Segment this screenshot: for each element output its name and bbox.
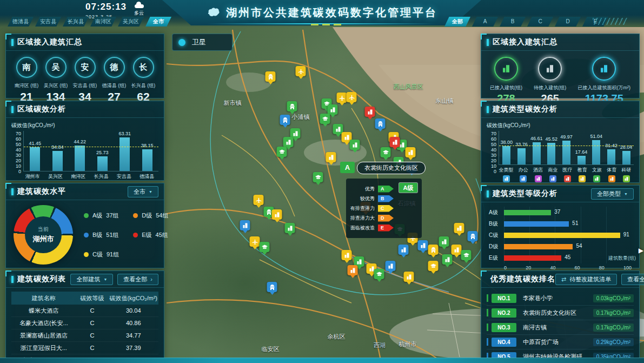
map-marker[interactable] <box>381 147 391 157</box>
chevron-down-icon: ▼ <box>149 190 152 194</box>
ranking-value: 0.17kgCO₂/m² <box>593 309 634 317</box>
tab-南浔区[interactable]: 南浔区 <box>90 17 116 27</box>
legend-grade: D级 <box>142 212 152 220</box>
map-marker[interactable] <box>442 254 453 265</box>
bar <box>622 151 630 164</box>
bar-value-label: 25.73 <box>96 150 109 155</box>
marker-tail <box>252 246 257 249</box>
map-marker[interactable] <box>254 195 264 205</box>
tab-德清县[interactable]: 德清县 <box>8 17 34 27</box>
map-marker[interactable] <box>374 269 384 279</box>
panel-collapse-arrow[interactable]: ▶ <box>639 247 643 254</box>
ranking-name: 中原百货广场 <box>523 338 593 346</box>
tab-全部[interactable]: 全部 <box>444 17 470 27</box>
marker-tail <box>369 273 374 276</box>
type-filter-dropdown[interactable]: 全部类型 ▼ <box>591 188 634 200</box>
region-stat-label: 德清县 (组) <box>100 82 128 89</box>
map-marker[interactable] <box>267 282 277 292</box>
marker-tail <box>430 270 436 274</box>
map-marker[interactable] <box>287 101 297 111</box>
map-marker[interactable] <box>272 209 282 220</box>
map-marker[interactable] <box>347 92 357 102</box>
tab-D[interactable]: D <box>555 17 581 27</box>
map-marker[interactable] <box>260 242 270 252</box>
map-marker[interactable] <box>390 137 400 147</box>
bar <box>517 148 526 164</box>
map-marker[interactable] <box>375 118 386 129</box>
map-marker[interactable] <box>468 231 478 241</box>
map-marker[interactable] <box>439 236 449 247</box>
bar-column: 31.42 <box>605 131 618 164</box>
view-all-button[interactable]: 查看全部 › <box>117 274 158 285</box>
map-marker[interactable] <box>399 245 409 255</box>
tab-吴兴区[interactable]: 吴兴区 <box>118 17 144 27</box>
table-row[interactable]: 蝶米大酒店C30.04 <box>11 305 158 317</box>
category-label: 文旅 <box>592 167 602 182</box>
table-row[interactable]: 名豪大酒店(长安...C40.86 <box>11 317 158 329</box>
ranking-row[interactable]: NO.2衣裳街历史文化街区0.17kgCO₂/m² <box>487 306 634 320</box>
map-marker[interactable] <box>328 104 338 115</box>
table-cell: 蝶米大酒店 <box>11 307 76 315</box>
tab-安吉县[interactable]: 安吉县 <box>35 17 61 27</box>
map-marker[interactable] <box>283 137 294 147</box>
map-marker[interactable] <box>320 114 330 124</box>
table-row[interactable]: 景澜富硒山居酒店C34.77 <box>11 329 158 342</box>
satellite-toggle[interactable]: 卫星 <box>172 34 233 51</box>
map-marker[interactable] <box>350 140 360 150</box>
map-marker[interactable] <box>277 147 287 157</box>
map-tooltip-grade-badge: A <box>340 162 355 173</box>
building-type-icon <box>535 175 542 182</box>
category-label: 全类型 <box>499 167 514 182</box>
tab-全市[interactable]: 全市 <box>145 17 171 27</box>
tab-长兴县[interactable]: 长兴县 <box>63 17 89 27</box>
map-marker[interactable] <box>386 261 396 271</box>
map-marker[interactable] <box>365 107 375 117</box>
map-marker[interactable] <box>454 223 464 233</box>
building-type-icon <box>579 175 586 182</box>
map-marker[interactable] <box>326 152 336 162</box>
map-marker[interactable] <box>313 172 323 182</box>
ranking-name: 李家巷小学 <box>523 294 593 302</box>
map-marker[interactable] <box>406 147 416 157</box>
tab-A[interactable]: A <box>472 17 498 27</box>
bar-column: 33.76 <box>515 131 528 164</box>
tab-B[interactable]: B <box>500 17 526 27</box>
map-marker[interactable] <box>342 250 352 260</box>
legend-item: A级37组 <box>84 212 119 220</box>
panel-title: 区域接入建筑汇总 <box>493 37 557 47</box>
grade-row: B级51 <box>489 218 632 229</box>
tab-C[interactable]: C <box>527 17 553 27</box>
map-tooltip-label[interactable]: 衣裳街历史文化街区 <box>357 162 426 174</box>
ranking-row[interactable]: NO.4中原百货广场0.29kgCO₂/m² <box>487 335 634 349</box>
ranking-row[interactable]: NO.3南浔古镇0.17kgCO₂/m² <box>487 320 634 335</box>
panel-region-analysis: 区域碳效分析 碳效值(kgCO₂/m²)70605040302010041.45… <box>5 101 164 181</box>
map-marker[interactable] <box>461 250 472 260</box>
map-marker[interactable] <box>265 71 276 82</box>
rectify-list-button[interactable]: ⇄ 待整改建筑清单 <box>555 274 617 285</box>
map-marker[interactable] <box>348 265 358 275</box>
map-marker[interactable] <box>428 245 439 255</box>
map-marker[interactable] <box>418 240 428 250</box>
category-label: 吴兴区 <box>48 173 63 180</box>
map-marker[interactable] <box>250 236 260 247</box>
map-marker[interactable] <box>452 245 462 255</box>
table-header-cell: 碳效等级 <box>76 294 109 302</box>
category-name: 商业 <box>548 167 557 174</box>
map-marker[interactable] <box>285 223 295 233</box>
map-marker[interactable] <box>296 66 306 76</box>
map-marker[interactable] <box>280 115 290 125</box>
marker-tail <box>399 149 404 153</box>
map-marker[interactable] <box>404 272 414 282</box>
category-name: 安吉县 <box>117 173 131 180</box>
grade-tabs: 全部ABCDE <box>444 17 608 27</box>
category-label: 办公 <box>519 167 528 182</box>
table-row[interactable]: 浙江皇冠假日大...C37.39 <box>11 342 158 354</box>
map-marker[interactable] <box>240 220 250 230</box>
map-marker[interactable] <box>428 261 439 271</box>
city-dropdown[interactable]: 全市 ▼ <box>128 186 158 197</box>
view-all-button[interactable]: 查看全部 › <box>621 274 644 285</box>
building-filter-dropdown[interactable]: 全部建筑 ▼ <box>70 274 113 285</box>
map-legend-grade-tag: A <box>378 186 394 193</box>
ranking-row[interactable]: NO.1李家巷小学0.03kgCO₂/m² <box>487 291 634 306</box>
map-marker[interactable] <box>337 93 347 103</box>
